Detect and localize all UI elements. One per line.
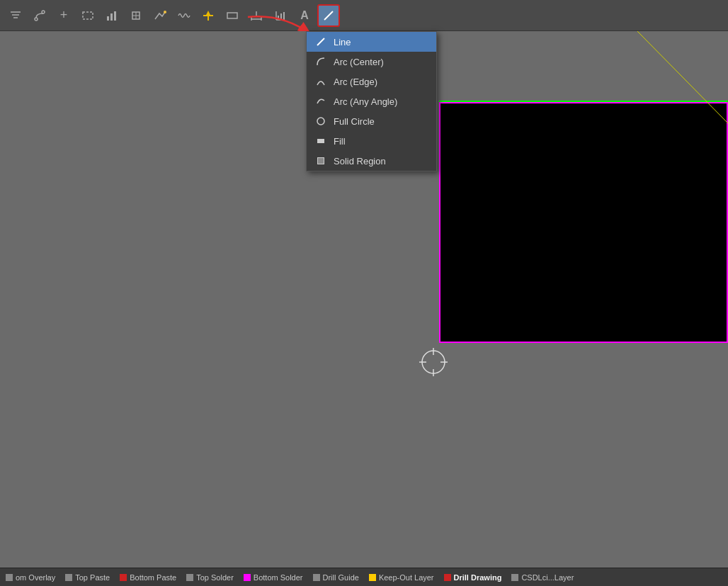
bottom-solder-color bbox=[244, 574, 251, 581]
rect-tool-btn[interactable] bbox=[221, 4, 244, 27]
menu-item-arc-any-angle[interactable]: Arc (Any Angle) bbox=[307, 91, 436, 111]
drill-guide-layer[interactable]: Drill Guide bbox=[313, 573, 359, 582]
drill-guide-color bbox=[313, 574, 320, 581]
menu-item-fill[interactable]: Fill bbox=[307, 131, 436, 151]
add-tool-btn[interactable]: + bbox=[52, 4, 75, 27]
csdlci-layer[interactable]: CSDLci...Layer bbox=[511, 573, 574, 582]
menu-item-arc-edge-label: Arc (Edge) bbox=[334, 77, 377, 87]
svg-point-26 bbox=[317, 118, 324, 125]
top-solder-label: Top Solder bbox=[196, 573, 234, 582]
pin-tool-btn[interactable] bbox=[197, 4, 220, 27]
filter-tool-btn[interactable] bbox=[4, 4, 27, 27]
component-tool-btn[interactable] bbox=[125, 4, 147, 27]
top-paste-color bbox=[65, 574, 72, 581]
drill-drawing-layer[interactable]: Drill Drawing bbox=[444, 573, 502, 582]
om-overlay-color bbox=[6, 574, 13, 581]
bottom-solder-layer[interactable]: Bottom Solder bbox=[244, 573, 303, 582]
draw-line-tool-btn[interactable] bbox=[317, 4, 340, 27]
svg-line-25 bbox=[317, 38, 324, 45]
svg-rect-21 bbox=[280, 13, 282, 20]
arc-center-menu-icon bbox=[315, 56, 326, 67]
svg-rect-27 bbox=[317, 139, 324, 143]
menu-item-fill-label: Fill bbox=[334, 136, 346, 147]
drill-guide-label: Drill Guide bbox=[323, 573, 359, 582]
keep-out-label: Keep-Out Layer bbox=[379, 573, 434, 582]
menu-item-line[interactable]: Line bbox=[307, 32, 436, 52]
measure-tool-btn[interactable] bbox=[245, 4, 268, 27]
svg-rect-20 bbox=[278, 16, 279, 20]
svg-line-23 bbox=[324, 11, 333, 20]
drill-drawing-label: Drill Drawing bbox=[454, 573, 502, 582]
select-rect-tool-btn[interactable] bbox=[76, 4, 99, 27]
route-tool-btn[interactable] bbox=[28, 4, 51, 27]
menu-item-full-circle-label: Full Circle bbox=[334, 116, 375, 127]
menu-item-solid-region[interactable]: Solid Region bbox=[307, 151, 436, 171]
pcb-board bbox=[439, 102, 728, 343]
toolbar: + bbox=[0, 0, 728, 31]
menu-item-solid-region-label: Solid Region bbox=[334, 156, 386, 167]
drill-drawing-color bbox=[444, 574, 451, 581]
csdlci-color bbox=[511, 574, 518, 581]
svg-rect-22 bbox=[283, 12, 285, 20]
line-menu-icon bbox=[315, 36, 326, 47]
barchart-tool-btn[interactable] bbox=[269, 4, 292, 27]
menu-item-line-label: Line bbox=[334, 37, 351, 47]
statusbar: om Overlay Top Paste Bottom Paste Top So… bbox=[0, 568, 728, 586]
svg-rect-6 bbox=[107, 16, 109, 21]
connect-tool-btn[interactable] bbox=[149, 4, 171, 27]
keep-out-layer[interactable]: Keep-Out Layer bbox=[369, 573, 434, 582]
arc-edge-menu-icon bbox=[315, 76, 326, 87]
menu-item-full-circle[interactable]: Full Circle bbox=[307, 111, 436, 131]
keep-out-color bbox=[369, 574, 376, 581]
chart-tool-btn[interactable] bbox=[101, 4, 123, 27]
svg-rect-7 bbox=[110, 13, 113, 21]
top-solder-color bbox=[186, 574, 193, 581]
menu-item-arc-center[interactable]: Arc (Center) bbox=[307, 52, 436, 72]
solid-region-menu-icon bbox=[315, 155, 326, 167]
om-overlay-layer[interactable]: om Overlay bbox=[6, 573, 55, 582]
top-paste-label: Top Paste bbox=[75, 573, 110, 582]
full-circle-menu-icon bbox=[315, 115, 326, 127]
svg-point-12 bbox=[164, 11, 166, 13]
om-overlay-label: om Overlay bbox=[16, 573, 55, 582]
bottom-paste-color bbox=[120, 574, 127, 581]
svg-point-3 bbox=[35, 18, 38, 21]
csdlci-label: CSDLci...Layer bbox=[521, 573, 574, 582]
bottom-solder-label: Bottom Solder bbox=[254, 573, 303, 582]
crosshair-cursor bbox=[418, 346, 449, 378]
svg-rect-29 bbox=[318, 158, 324, 164]
top-solder-layer[interactable]: Top Solder bbox=[186, 573, 234, 582]
draw-tool-dropdown: Line Arc (Center) Arc (Edge) Arc (Any An… bbox=[306, 31, 437, 171]
svg-rect-13 bbox=[227, 13, 237, 18]
top-paste-layer[interactable]: Top Paste bbox=[65, 573, 110, 582]
fill-menu-icon bbox=[315, 135, 326, 147]
arc-any-angle-menu-icon bbox=[315, 96, 326, 107]
wave-tool-btn[interactable] bbox=[173, 4, 195, 27]
menu-item-arc-center-label: Arc (Center) bbox=[334, 57, 384, 67]
bottom-paste-layer[interactable]: Bottom Paste bbox=[120, 573, 176, 582]
svg-rect-8 bbox=[114, 11, 116, 21]
menu-item-arc-any-angle-label: Arc (Any Angle) bbox=[334, 96, 397, 107]
text-tool-btn[interactable]: A bbox=[293, 4, 316, 27]
svg-rect-5 bbox=[83, 12, 93, 19]
menu-item-arc-edge[interactable]: Arc (Edge) bbox=[307, 72, 436, 91]
bottom-paste-label: Bottom Paste bbox=[130, 573, 176, 582]
